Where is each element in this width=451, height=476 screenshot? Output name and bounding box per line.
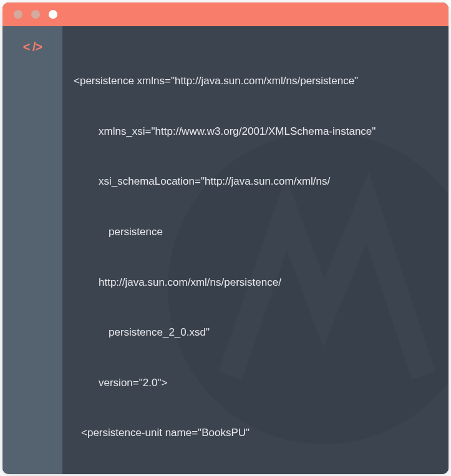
window-dot-1 — [14, 10, 22, 19]
window-titlebar — [2, 2, 449, 26]
window-dot-3 — [49, 10, 57, 19]
code-line: xmlns_xsi="http://www.w3.org/2001/XMLSch… — [74, 124, 437, 140]
editor-pane: <persistence xmlns="http://java.sun.com/… — [62, 26, 449, 474]
code-block: <persistence xmlns="http://java.sun.com/… — [74, 40, 437, 474]
code-line: <persistence-unit name="BooksPU" — [74, 425, 437, 442]
code-window: < /> <persistence xmlns="http://java.sun… — [2, 2, 449, 474]
sidebar: < /> — [2, 26, 62, 474]
code-line: persistence_2_0.xsd" — [74, 324, 437, 341]
window-dot-2 — [31, 10, 40, 19]
code-line: persistence — [74, 224, 437, 241]
code-line: version="2.0"> — [74, 375, 437, 392]
code-line: xsi_schemaLocation="http://java.sun.com/… — [74, 173, 437, 190]
code-icon: < /> — [23, 40, 42, 474]
code-line: http://java.sun.com/xml/ns/persistence/ — [74, 274, 437, 291]
window-body: < /> <persistence xmlns="http://java.sun… — [2, 26, 449, 474]
code-line: <persistence xmlns="http://java.sun.com/… — [74, 73, 437, 90]
